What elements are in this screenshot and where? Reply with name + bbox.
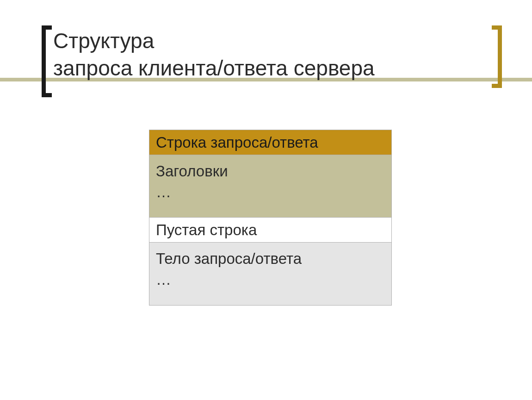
table-row-start-line: Строка запроса/ответа <box>149 130 391 155</box>
body-ellipsis: … <box>156 270 385 289</box>
title-line-1: Структура <box>53 29 154 53</box>
table-row-body: Тело запроса/ответа … <box>149 243 391 305</box>
table-row-empty-line: Пустая строка <box>149 218 391 243</box>
slide-title: Структура запроса клиента/ответа сервера <box>53 27 375 82</box>
headers-label: Заголовки <box>156 162 385 181</box>
headers-ellipsis: … <box>156 182 385 201</box>
table-row-headers: Заголовки … <box>149 155 391 218</box>
empty-line-label: Пустая строка <box>156 220 257 239</box>
left-bracket-icon <box>42 25 52 97</box>
slide-header: Структура запроса клиента/ответа сервера <box>0 25 532 97</box>
right-bracket-icon <box>492 25 502 88</box>
http-structure-table: Строка запроса/ответа Заголовки … Пустая… <box>149 130 392 306</box>
body-label: Тело запроса/ответа <box>156 249 385 268</box>
start-line-label: Строка запроса/ответа <box>156 133 318 152</box>
title-line-2: запроса клиента/ответа сервера <box>53 56 375 80</box>
